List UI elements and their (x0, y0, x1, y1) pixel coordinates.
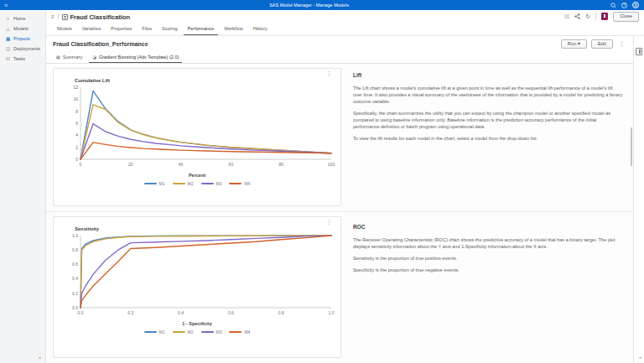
right-rail: » (633, 36, 644, 363)
legend-label: M4 (244, 329, 250, 334)
more-options-icon[interactable]: ⋮ (617, 40, 626, 47)
model-tab-label: Summary (63, 54, 83, 60)
legend-item[interactable]: M1 (144, 329, 165, 334)
tab-history[interactable]: History (249, 23, 272, 35)
roc-chart[interactable]: 0.00.20.40.60.81.00.00.20.40.60.81.0 (60, 231, 337, 320)
sidebar-collapse-icon[interactable]: « (39, 355, 41, 360)
roc-paragraph: Sensitivity is the proportion of true po… (353, 255, 623, 262)
sidebar-item-tasks[interactable]: ☑ Tasks (0, 54, 45, 64)
scrollbar-thumb[interactable] (631, 127, 632, 166)
legend-swatch (144, 331, 157, 333)
tab-gradient-boosting[interactable]: ◪ Gradient Boosting (Adv Template) (2.0) (89, 53, 182, 63)
tab-performance[interactable]: Performance (184, 23, 219, 35)
lift-paragraph: Specifically, the chart summarizes the u… (353, 110, 623, 130)
legend-item[interactable]: M2 (173, 329, 194, 334)
legend-label: M3 (216, 181, 222, 186)
sidebar-item-models[interactable]: △ Models (0, 23, 45, 34)
legend-swatch (173, 183, 185, 184)
sidebar-item-label: Home (13, 16, 26, 21)
legend-item[interactable]: M4 (229, 329, 250, 334)
svg-text:0.4: 0.4 (72, 276, 78, 281)
sidebar-item-label: Models (13, 26, 29, 31)
search-icon[interactable] (610, 3, 616, 8)
svg-text:0.2: 0.2 (127, 310, 133, 315)
legend-item[interactable]: M3 (201, 181, 222, 186)
sidebar-item-deployments[interactable]: ◫ Deployments (0, 44, 45, 54)
svg-text:0.0: 0.0 (78, 310, 84, 315)
sidebar-item-projects[interactable]: ▦ Projects (0, 34, 45, 44)
tab-variables[interactable]: Variables (78, 23, 106, 35)
svg-text:60: 60 (229, 162, 234, 167)
run-button[interactable]: Run ▾ (561, 39, 587, 49)
tasks-icon: ☑ (5, 56, 11, 61)
chart-menu-icon[interactable]: ⋮ (325, 219, 334, 226)
summary-tab-icon: ▦ (56, 54, 60, 60)
projects-icon: ▦ (5, 36, 11, 41)
lift-chart[interactable]: 024681012020406080100 (60, 83, 337, 172)
roc-section: ⋮ Sensitivity 0.00.20.40.60.81.00.00.20.… (46, 211, 633, 363)
legend-item[interactable]: M2 (173, 181, 194, 186)
panel-toggle-icon[interactable] (636, 48, 642, 55)
top-app-bar: ≡ SAS Model Manager - Manage Models ? S (0, 0, 644, 10)
legend-item[interactable]: M1 (144, 181, 165, 186)
svg-text:12: 12 (73, 85, 78, 90)
deployments-icon: ◫ (5, 46, 11, 51)
sidebar-item-home[interactable]: ⌂ Home (0, 13, 45, 23)
legend-swatch (201, 183, 214, 184)
rail-collapse-icon[interactable]: » (639, 355, 641, 360)
lift-legend[interactable]: M1M2M3M4 (60, 181, 334, 186)
svg-text:0.8: 0.8 (72, 247, 78, 252)
legend-item[interactable]: M3 (201, 329, 222, 334)
svg-text:4: 4 (75, 132, 78, 137)
svg-text:2: 2 (75, 145, 78, 150)
lift-heading: Lift (353, 72, 623, 78)
help-icon[interactable]: ? (621, 3, 627, 8)
tab-properties[interactable]: Properties (106, 23, 136, 35)
legend-swatch (229, 183, 242, 184)
svg-text:0.6: 0.6 (72, 262, 78, 267)
avatar[interactable]: S (632, 2, 639, 8)
legend-label: M1 (159, 329, 165, 334)
svg-text:20: 20 (128, 162, 133, 167)
header-separator (58, 13, 59, 20)
object-header: ≡ Fraud Classification ▤ ↻ Close (46, 10, 644, 23)
legend-swatch (173, 331, 185, 333)
refresh-icon[interactable]: ↻ (585, 13, 590, 19)
svg-text:6: 6 (75, 121, 78, 126)
performance-header: Fraud Classification_Performance Run ▾ E… (46, 36, 633, 52)
edit-button[interactable]: Edit (591, 39, 613, 49)
tab-files[interactable]: Files (138, 23, 156, 35)
svg-text:0: 0 (80, 162, 82, 167)
performance-sections[interactable]: ⋮ Cumulative Lift 024681012020406080100 … (46, 64, 633, 363)
page-title: Fraud Classification (70, 13, 131, 21)
lift-paragraph: The Lift chart shows a model's cumulativ… (353, 85, 623, 105)
model-tabbar: ▦ Summary ◪ Gradient Boosting (Adv Templ… (46, 52, 633, 64)
close-button[interactable]: Close (613, 12, 639, 22)
chart-menu-icon[interactable]: ⋮ (325, 70, 334, 78)
app-title: SAS Model Manager - Manage Models (8, 3, 610, 8)
project-icon (62, 14, 68, 20)
legend-swatch (201, 331, 214, 333)
svg-text:40: 40 (179, 162, 184, 167)
legend-item[interactable]: M4 (229, 181, 250, 186)
svg-text:1.0: 1.0 (72, 233, 78, 238)
header-separator (595, 13, 596, 20)
tab-models[interactable]: Models (53, 23, 76, 35)
tab-workflow[interactable]: Workflow (220, 23, 247, 35)
sidebar-item-label: Deployments (13, 46, 40, 51)
model-tab-label: Gradient Boosting (Adv Template) (2.0) (99, 54, 179, 60)
tab-summary[interactable]: ▦ Summary (53, 53, 86, 63)
roc-legend[interactable]: M1M2M3M4 (60, 329, 334, 334)
history-badge-icon[interactable] (601, 13, 608, 20)
share-icon[interactable] (574, 13, 580, 20)
tab-scoring[interactable]: Scoring (158, 23, 182, 35)
roc-x-axis-label: 1 - Specificity (60, 321, 334, 326)
list-icon[interactable]: ≡ (51, 14, 55, 19)
legend-swatch (229, 331, 242, 333)
lift-x-axis-label: Percent (60, 173, 334, 178)
models-icon: △ (5, 26, 11, 31)
legend-label: M1 (159, 181, 165, 186)
performance-title: Fraud Classification_Performance (53, 41, 148, 47)
svg-text:10: 10 (73, 96, 78, 101)
svg-text:80: 80 (278, 162, 283, 167)
